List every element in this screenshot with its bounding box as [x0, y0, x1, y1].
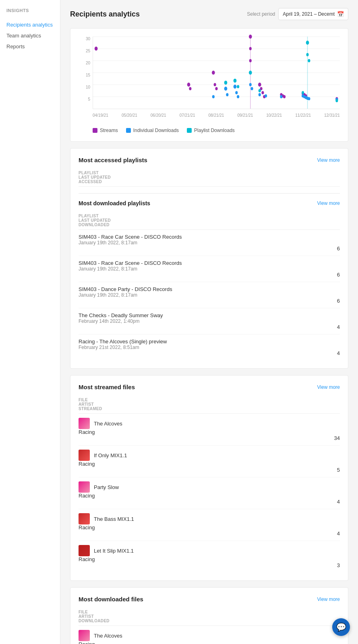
date-range-button[interactable]: April 19, 2021 – Decemt 📅	[278, 8, 348, 20]
x-label-9: 12/31/21	[324, 113, 340, 118]
chart-area	[93, 37, 340, 109]
svg-point-45	[224, 80, 228, 85]
chart-container: 30 25 20 15 10 5	[79, 37, 340, 121]
file-thumbnail	[79, 481, 90, 493]
most-streamed-card: Most streamed files View more FILE ARTIS…	[70, 375, 348, 581]
accessed-col-accessed: ACCESSED	[79, 180, 340, 184]
streamed-col-file: FILE	[79, 398, 340, 402]
calendar-icon: 📅	[337, 11, 344, 17]
sidebar-item-reports[interactable]: Reports	[6, 41, 54, 52]
dl-playlist-updated: January 19th 2022, 8:17am	[79, 292, 340, 298]
svg-point-7	[187, 83, 190, 87]
svg-point-37	[265, 94, 267, 97]
x-label-6: 09/21/21	[237, 113, 253, 118]
streamed-file-row: Party Slow Racing 4	[79, 477, 340, 509]
svg-point-13	[249, 35, 252, 39]
streamed-file-name: Party Slow	[94, 484, 119, 490]
svg-point-43	[308, 97, 310, 100]
chat-button[interactable]: 💬	[332, 618, 350, 636]
streamed-table-header: FILE ARTIST STREAMED	[79, 395, 340, 414]
streamed-col-count: STREAMED	[79, 407, 340, 411]
most-downloaded-playlists-header: Most downloaded playlists View more	[79, 200, 340, 206]
dl-playlist-count: 6	[79, 298, 340, 304]
streamed-file-row: The Bass MIX1.1 Racing 4	[79, 509, 340, 541]
svg-point-55	[335, 99, 338, 102]
most-downloaded-playlists-view-more[interactable]: View more	[317, 200, 340, 206]
streamed-file-name-cell: The Bass MIX1.1	[79, 513, 340, 524]
svg-point-8	[189, 87, 191, 90]
most-downloaded-files-header: Most downloaded files View more	[79, 596, 340, 603]
streamed-file-name: The Alcoves	[94, 421, 122, 427]
dl-col-playlist: PLAYLIST	[79, 214, 340, 218]
legend-individual-downloads: Individual Downloads	[126, 128, 179, 133]
file-thumbnail	[79, 450, 90, 461]
dl-file-name: The Alcoves	[94, 633, 122, 639]
x-label-5: 08/21/21	[209, 113, 224, 118]
streamed-file-name: The Bass MIX1.1	[94, 516, 134, 522]
dl-playlist-name: SIM403 - Race Car Scene - DISCO Records	[79, 260, 340, 266]
y-label-15: 15	[86, 73, 90, 77]
chart-card: 30 25 20 15 10 5	[70, 28, 348, 142]
chart-x-labels: 04/19/21 05/20/21 06/20/21 07/21/21 08/2…	[93, 109, 340, 121]
dl-artist: Racing	[79, 641, 340, 644]
most-streamed-title: Most streamed files	[79, 384, 135, 390]
most-downloaded-files-view-more[interactable]: View more	[317, 597, 340, 602]
svg-point-9	[212, 71, 215, 75]
most-downloaded-playlists-title: Most downloaded playlists	[79, 200, 150, 206]
dl-files-table-header: FILE ARTIST DOWNLOADED	[79, 607, 340, 626]
svg-point-34	[249, 83, 252, 86]
dl-playlist-table-header: PLAYLIST LAST UPDATED DOWNLOADED	[79, 211, 340, 230]
most-accessed-title: Most accessed playlists	[79, 157, 147, 163]
dl-col-downloaded: DOWNLOADED	[79, 223, 340, 227]
svg-point-48	[249, 71, 252, 75]
y-label-20: 20	[86, 61, 90, 65]
x-label-3: 06/20/21	[151, 113, 166, 118]
streamed-file-name: If Only MIX1.1	[94, 452, 127, 458]
streamed-col-artist: ARTIST	[79, 402, 340, 407]
svg-point-53	[308, 59, 310, 62]
streamed-file-name-cell: The Alcoves	[79, 418, 340, 429]
x-label-2: 05/20/21	[122, 113, 137, 118]
dl-playlist-rows: SIM403 - Race Car Scene - DISCO Records …	[79, 230, 340, 360]
chart-y-axis: 30 25 20 15 10 5	[79, 37, 93, 109]
svg-point-46	[234, 78, 237, 83]
svg-point-14	[249, 47, 252, 50]
y-label-5: 5	[88, 97, 90, 101]
streamed-count: 3	[79, 562, 340, 568]
dl-playlist-name: SIM403 - Race Car Scene - DISCO Records	[79, 234, 340, 240]
dl-playlist-updated: February 21st 2022, 8:51am	[79, 345, 340, 350]
individual-downloads-legend-dot	[126, 128, 131, 133]
playlist-downloads-legend-dot	[187, 128, 192, 133]
svg-point-23	[283, 95, 286, 98]
dl-file-row: The Alcoves Racing 17	[79, 626, 340, 644]
y-label-25: 25	[86, 49, 90, 53]
date-range-text: April 19, 2021 – Decemt	[283, 11, 335, 17]
date-picker: Select period April 19, 2021 – Decemt 📅	[247, 8, 348, 20]
section-divider	[79, 193, 340, 194]
x-label-4: 07/21/21	[180, 113, 195, 118]
sidebar-item-team-analytics[interactable]: Team analytics	[6, 30, 54, 41]
most-accessed-playlists-card: Most accessed playlists View more PLAYLI…	[70, 148, 348, 369]
svg-point-17	[258, 83, 261, 87]
svg-point-52	[306, 53, 308, 56]
sidebar-item-recipients-analytics[interactable]: Recipients analytics	[6, 19, 54, 30]
chart-legend: Streams Individual Downloads Playlist Do…	[79, 128, 340, 133]
streamed-artist: Racing	[79, 461, 340, 467]
dl-playlist-updated: February 14th 2022, 1:40pm	[79, 318, 340, 324]
accessed-table-header: PLAYLIST LAST UPDATED ACCESSED	[79, 168, 340, 187]
streamed-file-name-cell: If Only MIX1.1	[79, 450, 340, 461]
individual-downloads-legend-label: Individual Downloads	[133, 128, 179, 133]
x-label-8: 11/22/21	[295, 113, 311, 118]
svg-point-29	[224, 87, 228, 91]
svg-point-19	[261, 91, 264, 94]
dl-file-rows: The Alcoves Racing 17 Let It Slip MIX1.1…	[79, 626, 340, 644]
dl-playlist-row: Racing - The Alcoves (Single) preview Fe…	[79, 334, 340, 360]
most-streamed-view-more[interactable]: View more	[317, 384, 340, 390]
streamed-count: 4	[79, 499, 340, 505]
svg-point-15	[249, 59, 252, 62]
most-accessed-view-more[interactable]: View more	[317, 157, 340, 163]
legend-playlist-downloads: Playlist Downloads	[187, 128, 235, 133]
file-thumbnail	[79, 545, 90, 556]
x-label-7: 10/22/21	[266, 113, 282, 118]
svg-point-38	[280, 95, 282, 98]
